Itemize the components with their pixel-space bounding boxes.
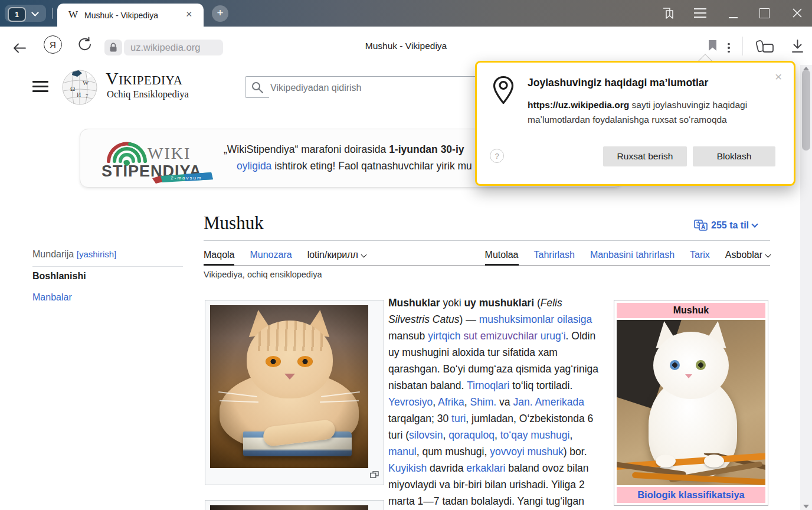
language-count-label: 255 ta til bbox=[711, 220, 749, 231]
toolbar-page-title: Mushuk - Vikipediya bbox=[365, 41, 447, 51]
text-run: davrida bbox=[427, 462, 466, 474]
text-run: ) — bbox=[460, 313, 479, 325]
lock-icon bbox=[109, 42, 117, 53]
toc-item-boshlanishi[interactable]: Boshlanishi bbox=[32, 271, 86, 282]
location-pin-icon bbox=[492, 76, 515, 105]
text-run: Mushuklar bbox=[388, 297, 440, 309]
article-thumbnail-cat[interactable] bbox=[205, 300, 384, 485]
text-link[interactable]: sut emizuvchilar bbox=[463, 330, 537, 342]
toc-item-manbalar[interactable]: Manbalar bbox=[32, 292, 72, 303]
bookmark-icon[interactable] bbox=[708, 40, 717, 51]
chevron-down-icon bbox=[751, 221, 758, 227]
yandex-button[interactable]: Я bbox=[44, 35, 62, 54]
text-link[interactable]: silovsin bbox=[409, 429, 443, 441]
chevron-down-icon[interactable] bbox=[31, 9, 39, 17]
wikipedia-globe-logo[interactable]: Ω W И 7 bbox=[61, 67, 99, 106]
divider bbox=[204, 240, 770, 241]
text-run: yoki bbox=[440, 297, 464, 309]
downloads-icon[interactable] bbox=[791, 40, 804, 53]
article-thumbnail-2[interactable] bbox=[205, 500, 384, 510]
vertical-scrollbar[interactable] bbox=[800, 65, 812, 510]
browser-toolbar: Я uz.wikipedia.org Mushuk - Vikipediya bbox=[0, 27, 812, 66]
article-tab-mutolaa[interactable]: Mutolaa bbox=[485, 250, 519, 265]
tab-panels-icon[interactable] bbox=[660, 6, 676, 20]
banner-link[interactable]: oyligida bbox=[237, 160, 271, 172]
text-link[interactable]: Yevrosiyo bbox=[388, 396, 433, 408]
text-run: , qum mushugi, bbox=[417, 446, 490, 457]
tab-bar: 1 W Mushuk - Vikipediya × + bbox=[0, 0, 812, 27]
enlarge-icon[interactable] bbox=[370, 471, 379, 478]
tab-close-icon[interactable]: × bbox=[186, 8, 192, 21]
svg-text:Ω: Ω bbox=[70, 85, 75, 92]
toc-header: Mundarija [yashirish] bbox=[32, 249, 116, 260]
more-actions-icon[interactable] bbox=[725, 40, 733, 56]
svg-text:A: A bbox=[701, 224, 705, 230]
banner-text-line1: „WikiStipendiya“ marafoni doirasida 1-iy… bbox=[224, 143, 464, 156]
window-maximize-button[interactable] bbox=[759, 8, 770, 18]
site-security-button[interactable] bbox=[104, 40, 122, 55]
toc-hide-link[interactable]: [yashirish] bbox=[77, 249, 117, 259]
popup-help-icon[interactable]: ? bbox=[490, 149, 504, 163]
article-tab-tarix[interactable]: Tarix bbox=[690, 250, 710, 265]
text-link[interactable]: yovvoyi mushuk bbox=[490, 446, 564, 457]
wiki-main-menu-icon[interactable] bbox=[32, 81, 48, 92]
text-run: uy mushuklari bbox=[464, 297, 534, 309]
text-link[interactable]: turi bbox=[451, 413, 466, 424]
window-minimize-button[interactable] bbox=[729, 17, 738, 18]
wiki-logo-subtitle: Ochiq Ensiklopediya bbox=[107, 89, 189, 100]
svg-text:И: И bbox=[77, 91, 81, 98]
popup-title: Joylashuvingiz haqidagi maʼlumotlar bbox=[528, 77, 708, 89]
text-link[interactable]: qoraquloq bbox=[448, 429, 495, 441]
reload-button[interactable] bbox=[77, 37, 92, 52]
text-link[interactable]: urugʻi bbox=[541, 330, 566, 342]
text-link[interactable]: Kuyikish bbox=[388, 462, 427, 474]
scroll-down-arrow-icon[interactable] bbox=[803, 505, 809, 508]
address-bar[interactable]: uz.wikipedia.org bbox=[124, 40, 223, 55]
chevron-down-icon bbox=[361, 252, 366, 258]
window-close-button[interactable] bbox=[792, 8, 803, 18]
browser-window: 1 W Mushuk - Vikipediya × + Я bbox=[0, 0, 812, 510]
text-link[interactable]: erkaklari bbox=[466, 462, 505, 474]
article-tab-munozara[interactable]: Munozara bbox=[250, 250, 292, 265]
back-button[interactable] bbox=[12, 42, 27, 54]
location-permission-popup: Joylashuvingiz haqidagi maʼlumotlar http… bbox=[475, 61, 795, 186]
wiki-logo-title[interactable]: Vikipediya bbox=[106, 68, 183, 89]
article-tab-maqola[interactable]: Maqola bbox=[204, 250, 234, 265]
article-title: Mushuk bbox=[204, 212, 264, 234]
article-tab-tahrirlash[interactable]: Tahrirlash bbox=[534, 250, 575, 265]
extensions-icon[interactable] bbox=[755, 39, 775, 55]
text-link[interactable]: Shim. bbox=[470, 396, 496, 408]
new-tab-button[interactable]: + bbox=[212, 5, 228, 22]
tab-counter-button[interactable]: 1 bbox=[5, 5, 46, 22]
language-selector-button[interactable]: A 255 ta til bbox=[694, 220, 757, 231]
popup-body: https://uz.wikipedia.org sayti joylashuv… bbox=[528, 98, 768, 127]
text-link[interactable]: Tirnoqlari bbox=[467, 380, 509, 391]
svg-text:2-mavsum: 2-mavsum bbox=[171, 175, 202, 181]
text-link[interactable]: manul bbox=[388, 446, 417, 457]
browser-tab[interactable]: W Mushuk - Vikipediya × bbox=[57, 4, 204, 27]
divider bbox=[32, 266, 183, 267]
article-tab-lotin-кирилл[interactable]: lotin/кирилл bbox=[307, 250, 366, 265]
tab-count-badge: 1 bbox=[8, 7, 26, 22]
text-link[interactable]: mushuksimonlar oilasiga bbox=[479, 313, 592, 325]
menu-icon[interactable] bbox=[694, 8, 706, 18]
languages-icon: A bbox=[694, 220, 708, 231]
article-tab-asboblar[interactable]: Asboblar bbox=[725, 250, 770, 265]
allow-button[interactable]: Ruxsat berish bbox=[603, 146, 687, 166]
text-link[interactable]: toʻqay mushugi bbox=[500, 429, 570, 441]
article-paragraph: Mushuklar yoki uy mushuklari (Felis Silv… bbox=[388, 295, 603, 509]
text-run: va bbox=[496, 396, 513, 408]
scrollbar-thumb[interactable] bbox=[802, 70, 810, 151]
photo bbox=[210, 505, 368, 510]
infobox-classification-link[interactable]: Biologik klassifikatsiya bbox=[617, 487, 765, 503]
article-tabs-right: MutolaaTahrirlashManbasini tahrirlashTar… bbox=[485, 250, 770, 265]
article-tab-manbasini-tahrirlash[interactable]: Manbasini tahrirlash bbox=[590, 250, 675, 265]
text-link[interactable]: Jan. Amerikada bbox=[513, 396, 584, 408]
popup-close-icon[interactable]: × bbox=[775, 70, 782, 84]
text-run: , bbox=[569, 429, 572, 441]
text-link[interactable]: yirtqich bbox=[428, 330, 460, 342]
text-run: , bbox=[495, 429, 500, 441]
block-button[interactable]: Bloklash bbox=[693, 146, 775, 166]
text-link[interactable]: Afrika bbox=[438, 396, 464, 408]
infobox: Mushuk Biologik klassifikatsiya bbox=[614, 300, 768, 506]
